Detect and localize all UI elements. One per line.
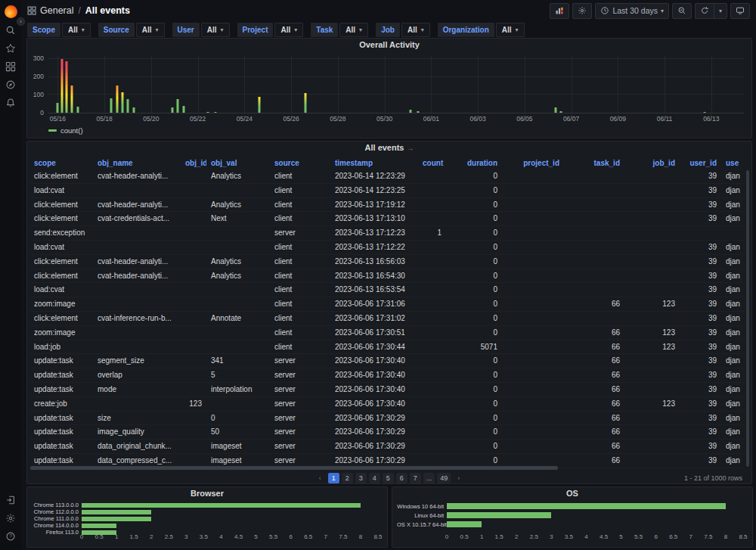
cycle-view-mode-button[interactable] (730, 3, 750, 19)
breadcrumb-dashboard-title[interactable]: All events (85, 5, 130, 16)
cell-use: djan (721, 297, 745, 312)
dashboard-settings-icon (578, 6, 587, 15)
cell-user_id: 39 (680, 340, 721, 355)
column-header-duration[interactable]: duration (446, 157, 502, 169)
grafana-logo[interactable] (2, 4, 19, 20)
column-header-use[interactable]: use (721, 157, 745, 169)
cell-source: server (270, 383, 330, 397)
dashboards-button[interactable] (2, 58, 19, 74)
cell-task_id (564, 212, 624, 226)
x-tick-label: 05/22 (190, 115, 206, 123)
column-header-job_id[interactable]: job_id (624, 157, 680, 169)
search-button[interactable] (2, 22, 19, 38)
x-tick-label: 4.5 (600, 533, 608, 540)
breadcrumb-folder[interactable]: General (40, 5, 73, 16)
column-header-obj_val[interactable]: obj_val (206, 157, 270, 169)
column-header-obj_id[interactable]: obj_id (181, 157, 206, 169)
alerting-button[interactable] (2, 95, 19, 110)
x-tick-label: 06/03 (469, 115, 485, 123)
column-header-timestamp[interactable]: timestamp (330, 157, 418, 169)
filter-value-dropdown[interactable]: All▾ (201, 23, 230, 37)
legend[interactable]: count() (48, 126, 83, 135)
page-button-2[interactable]: 2 (342, 473, 353, 483)
grid-line (665, 55, 665, 113)
panel-title[interactable]: OS (392, 487, 752, 500)
cell-source: server (270, 440, 330, 454)
time-range-picker[interactable]: Last 30 days ▾ (595, 3, 669, 19)
page-button-7[interactable]: 7 (410, 473, 421, 483)
starred-button[interactable] (2, 40, 19, 56)
column-header-user_id[interactable]: user_id (680, 157, 721, 169)
zoom-out-button[interactable] (672, 3, 692, 19)
panel-title[interactable]: Overall Activity (27, 39, 751, 51)
sign-in-button[interactable] (2, 492, 19, 508)
x-tick-label: 7 (324, 533, 327, 540)
configuration-gear-icon (5, 513, 16, 524)
cell-count (418, 255, 446, 269)
x-tick-label: 05/20 (143, 115, 159, 123)
page-button-1[interactable]: 1 (328, 473, 339, 483)
filter-value-dropdown[interactable]: All▾ (401, 23, 430, 37)
filter-label: Source (98, 23, 135, 37)
add-panel-button[interactable] (550, 3, 569, 19)
column-header-scope[interactable]: scope (29, 157, 93, 169)
configuration-button[interactable] (2, 510, 19, 526)
column-header-count[interactable]: count (418, 157, 446, 169)
sidebar-expand-toggle[interactable]: › (17, 17, 25, 26)
filter-selected-value: All (345, 26, 355, 34)
cell-job_id: 123 (624, 397, 680, 412)
page-button-6[interactable]: 6 (396, 473, 407, 483)
filter-value-dropdown[interactable]: All▾ (496, 23, 525, 37)
filter-value-dropdown[interactable]: All▾ (136, 23, 165, 37)
cell-obj_val: 0 (206, 412, 270, 426)
cell-task_id (564, 184, 624, 198)
column-header-project_id[interactable]: project_id (502, 157, 564, 169)
y-axis: 0100200300 (27, 55, 45, 113)
refresh-interval-dropdown[interactable]: ▾ (714, 3, 727, 19)
cell-scope: update:task (29, 354, 93, 368)
grid-line (104, 55, 105, 113)
cell-task_id: 66 (564, 425, 624, 440)
help-button[interactable]: ? (2, 528, 19, 544)
cell-duration: 0 (446, 255, 502, 269)
panel-title[interactable]: All events→ (27, 141, 751, 154)
cell-task_id (564, 169, 624, 184)
cell-obj_id (181, 212, 206, 226)
next-page-button[interactable]: › (453, 473, 464, 483)
chevron-down-icon: ▾ (516, 26, 519, 33)
x-tick-label: 7.5 (339, 533, 347, 540)
refresh-button[interactable] (695, 3, 714, 19)
activity-bar (126, 99, 129, 113)
page-button-49[interactable]: 49 (437, 473, 451, 483)
activity-bar (57, 103, 59, 113)
table-horizontal-scrollbar[interactable] (30, 466, 558, 470)
column-header-task_id[interactable]: task_id (564, 157, 624, 169)
x-tick-label: 2 (515, 533, 518, 540)
filter-value-dropdown[interactable]: All▾ (274, 23, 303, 37)
filter-selected-value: All (502, 26, 512, 34)
filter-value-dropdown[interactable]: All▾ (62, 23, 91, 37)
page-button-3[interactable]: 3 (355, 473, 367, 483)
cell-scope: load:cvat (29, 241, 93, 255)
activity-bar (259, 97, 261, 113)
cell-user_id: 39 (680, 368, 721, 383)
filter-value-dropdown[interactable]: All▾ (339, 23, 368, 37)
cell-obj_name: cvat-credentials-act... (93, 212, 181, 226)
previous-page-button[interactable]: ‹ (314, 473, 326, 483)
column-header-source[interactable]: source (270, 157, 330, 169)
cell-obj_val (206, 397, 270, 412)
refresh-icon (700, 6, 709, 15)
pages-ellipsis[interactable]: ... (423, 473, 435, 483)
dashboard-settings-button[interactable] (572, 3, 592, 19)
panel-title[interactable]: Browser (27, 487, 387, 500)
page-button-5[interactable]: 5 (383, 473, 394, 483)
bar (82, 517, 151, 521)
table-vertical-scrollbar[interactable] (746, 170, 749, 467)
cell-scope: send:exception (29, 226, 93, 241)
column-header-obj_name[interactable]: obj_name (93, 157, 181, 169)
explore-button[interactable] (2, 76, 19, 92)
page-button-4[interactable]: 4 (369, 473, 380, 483)
cell-duration: 0 (446, 241, 502, 255)
cell-task_id: 66 (564, 326, 624, 340)
cell-scope: update:task (29, 425, 93, 440)
